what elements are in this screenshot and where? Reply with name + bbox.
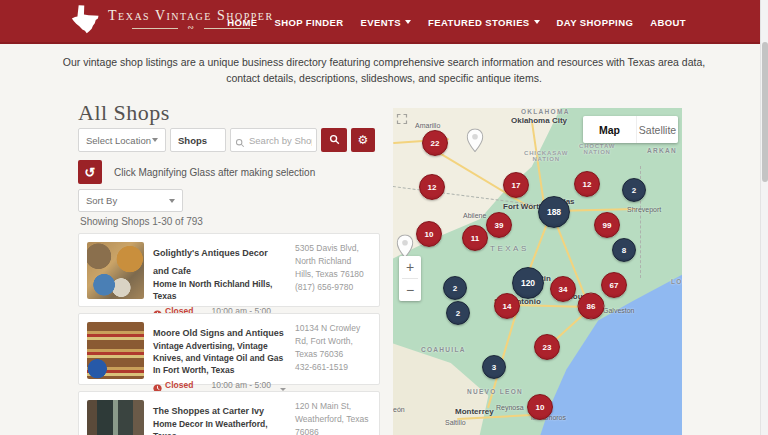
- map-cluster[interactable]: 67: [601, 272, 627, 298]
- nav-events[interactable]: EVENTS: [361, 17, 411, 28]
- site-header: Texas Vintage Shopper ∾ HOME SHOP FINDER…: [0, 0, 768, 44]
- chevron-down-icon: [405, 20, 411, 24]
- reset-row: ↺ Click Magnifying Glass after making se…: [78, 160, 315, 184]
- shop-phone: (817) 656-9780: [295, 281, 371, 294]
- map-place-label: CHICKASAW NATION: [524, 150, 568, 162]
- shop-card-main: The Shoppes at Carter Ivy Home Decor In …: [153, 400, 286, 435]
- settings-button[interactable]: ⚙: [351, 128, 375, 152]
- nav-about[interactable]: ABOUT: [650, 17, 686, 28]
- intro-text: Our vintage shop listings are a unique b…: [56, 54, 712, 87]
- nav-home[interactable]: HOME: [227, 17, 257, 28]
- map-place-label: ARKAN: [647, 147, 677, 154]
- shop-category: Home In North Richland Hills, Texas: [153, 279, 286, 303]
- map-place-label: Galveston: [603, 307, 635, 314]
- fullscreen-icon[interactable]: [396, 111, 408, 129]
- shop-address: 5305 Davis Blvd, North Richland Hills, T…: [295, 242, 371, 280]
- map-cluster[interactable]: 22: [422, 130, 448, 156]
- map-zoom-control: + −: [399, 256, 421, 301]
- map-cluster[interactable]: 34: [550, 276, 576, 302]
- shop-card-side: 5305 Davis Blvd, North Richland Hills, T…: [295, 242, 371, 298]
- shop-thumbnail[interactable]: [87, 242, 144, 299]
- map-cluster[interactable]: 12: [419, 174, 445, 200]
- map-cluster[interactable]: 3: [482, 355, 506, 379]
- satellite-view-button[interactable]: Satellite: [636, 116, 678, 143]
- search-field-wrap: [230, 128, 317, 152]
- search-icon: [235, 134, 245, 152]
- shop-category: Home Decor In Weatherford, Texas: [153, 419, 286, 435]
- map-cluster[interactable]: 14: [494, 293, 520, 319]
- map-place-label: Monterrey: [455, 407, 494, 416]
- shop-card-main: Moore Old Signs and Antiques Vintage Adv…: [153, 322, 286, 376]
- chevron-down-icon: [152, 138, 158, 142]
- search-button[interactable]: [321, 128, 347, 152]
- map-cluster[interactable]: 17: [503, 172, 529, 198]
- map-cluster[interactable]: 11: [462, 225, 488, 251]
- map-place-label: LO: [671, 278, 682, 285]
- map-type-control: Map Satellite: [583, 116, 678, 143]
- shop-card-main: Golightly's Antiques Decor and Cafe Home…: [153, 242, 286, 298]
- shop-card[interactable]: Golightly's Antiques Decor and Cafe Home…: [78, 233, 380, 307]
- shop-card[interactable]: The Shoppes at Carter Ivy Home Decor In …: [78, 391, 380, 435]
- shop-thumbnail[interactable]: [87, 322, 144, 379]
- sort-row: Sort By: [78, 189, 183, 212]
- map-place-label: CHOCTAW NATION: [579, 143, 615, 155]
- map-cluster[interactable]: 120: [512, 267, 544, 299]
- filter-row: Select Location Shops ⚙: [78, 128, 375, 152]
- map-place-label: eón: [393, 406, 405, 413]
- reset-icon: ↺: [85, 165, 96, 180]
- sort-by-select[interactable]: Sort By: [78, 189, 183, 212]
- map-cluster[interactable]: 10: [527, 394, 553, 420]
- map-place-label: TEXAS: [490, 244, 529, 253]
- map-cluster[interactable]: 86: [578, 293, 605, 320]
- map-place-label: Oklahoma City: [511, 116, 567, 125]
- map-place-label: NUEVO LEON: [467, 388, 523, 395]
- shop-name[interactable]: Golightly's Antiques Decor and Cafe: [153, 248, 268, 276]
- chevron-down-icon: [169, 199, 175, 203]
- shops-map[interactable]: 221217122188103911998120346786142232310 …: [393, 108, 682, 435]
- nav-featured-stories[interactable]: FEATURED STORIES: [428, 17, 540, 28]
- page-title: All Shops: [78, 100, 380, 126]
- map-place-label: Shreveport: [627, 206, 661, 213]
- shop-category: Vintage Advertising, Vintage Knives, and…: [153, 341, 286, 377]
- map-place-label: Saltillo: [445, 419, 466, 426]
- map-cluster[interactable]: 23: [534, 334, 560, 360]
- map-cluster[interactable]: 188: [538, 196, 570, 228]
- shop-thumbnail[interactable]: [87, 400, 144, 435]
- location-select[interactable]: Select Location: [78, 128, 166, 152]
- results-count: Showing Shops 1-30 of 793: [80, 216, 203, 227]
- map-cluster[interactable]: 2: [446, 301, 470, 325]
- shop-name[interactable]: The Shoppes at Carter Ivy: [153, 406, 264, 416]
- filter-hint: Click Magnifying Glass after making sele…: [114, 167, 315, 178]
- shop-phone: 432-661-1519: [295, 361, 371, 374]
- map-view-button[interactable]: Map: [583, 116, 636, 143]
- chevron-down-icon: [534, 20, 540, 24]
- map-cluster[interactable]: 99: [594, 212, 620, 238]
- shop-card-side: 10134 N Crowley Rd, Fort Worth, Texas 76…: [295, 322, 371, 376]
- nav-day-shopping[interactable]: DAY SHOPPING: [557, 17, 634, 28]
- gear-icon: ⚙: [358, 133, 369, 147]
- reset-button[interactable]: ↺: [78, 160, 102, 184]
- map-cluster[interactable]: 39: [486, 212, 512, 238]
- shops-type-input[interactable]: Shops: [170, 128, 226, 152]
- page-scrollbar: [760, 0, 768, 435]
- map-place-label: COAHUILA: [421, 346, 466, 353]
- map-cluster[interactable]: 8: [612, 238, 636, 262]
- search-icon: [329, 133, 340, 148]
- map-pin-icon[interactable]: [467, 128, 484, 156]
- map-cluster[interactable]: 10: [416, 221, 442, 247]
- map-place-label: OKLAHOMA: [521, 108, 570, 115]
- map-place-label: Amarillo: [415, 122, 440, 129]
- map-cluster[interactable]: 2: [622, 178, 646, 202]
- shop-card[interactable]: Moore Old Signs and Antiques Vintage Adv…: [78, 313, 380, 385]
- scrollbar-thumb[interactable]: [762, 42, 768, 182]
- zoom-in-button[interactable]: +: [399, 256, 421, 278]
- map-cluster[interactable]: 12: [574, 171, 600, 197]
- map-cluster[interactable]: 2: [443, 276, 467, 300]
- nav-shop-finder[interactable]: SHOP FINDER: [274, 17, 343, 28]
- main-nav: HOME SHOP FINDER EVENTS FEATURED STORIES…: [227, 0, 686, 44]
- shop-address: 120 N Main St, Weatherford, Texas 76086: [295, 400, 371, 435]
- shop-address: 10134 N Crowley Rd, Fort Worth, Texas 76…: [295, 322, 371, 360]
- zoom-out-button[interactable]: −: [399, 279, 421, 301]
- shop-name[interactable]: Moore Old Signs and Antiques: [153, 328, 284, 338]
- shop-card-side: 120 N Main St, Weatherford, Texas 76086 …: [295, 400, 371, 435]
